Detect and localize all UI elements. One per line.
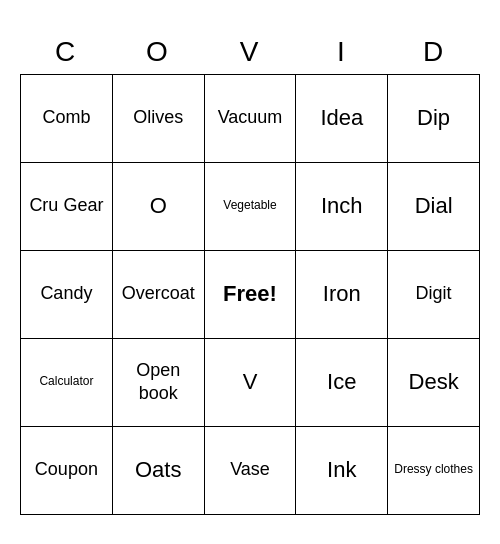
bingo-cell: Dial: [388, 163, 480, 251]
bingo-cell: Inch: [296, 163, 388, 251]
bingo-cell: Digit: [388, 251, 480, 339]
bingo-header: COVID: [20, 30, 480, 74]
header-letter: O: [112, 30, 204, 74]
header-letter: C: [20, 30, 112, 74]
bingo-cell: Ice: [296, 339, 388, 427]
bingo-cell: Coupon: [21, 427, 113, 515]
bingo-cell: Cru Gear: [21, 163, 113, 251]
bingo-cell: Iron: [296, 251, 388, 339]
bingo-cell: Dressy clothes: [388, 427, 480, 515]
bingo-cell: Overcoat: [113, 251, 205, 339]
bingo-cell: Candy: [21, 251, 113, 339]
bingo-cell: Ink: [296, 427, 388, 515]
header-letter: V: [204, 30, 296, 74]
bingo-grid: CombOlivesVacuumIdeaDipCru GearOVegetabl…: [20, 74, 480, 515]
bingo-cell: V: [205, 339, 297, 427]
bingo-cell: Olives: [113, 75, 205, 163]
bingo-cell: Desk: [388, 339, 480, 427]
bingo-cell: Oats: [113, 427, 205, 515]
header-letter: D: [388, 30, 480, 74]
bingo-board: COVID CombOlivesVacuumIdeaDipCru GearOVe…: [20, 30, 480, 515]
bingo-cell: Vacuum: [205, 75, 297, 163]
bingo-cell: Calculator: [21, 339, 113, 427]
bingo-cell: Vegetable: [205, 163, 297, 251]
bingo-cell: Idea: [296, 75, 388, 163]
bingo-cell: Free!: [205, 251, 297, 339]
header-letter: I: [296, 30, 388, 74]
bingo-cell: Comb: [21, 75, 113, 163]
bingo-cell: Dip: [388, 75, 480, 163]
bingo-cell: Vase: [205, 427, 297, 515]
bingo-cell: Open book: [113, 339, 205, 427]
bingo-cell: O: [113, 163, 205, 251]
